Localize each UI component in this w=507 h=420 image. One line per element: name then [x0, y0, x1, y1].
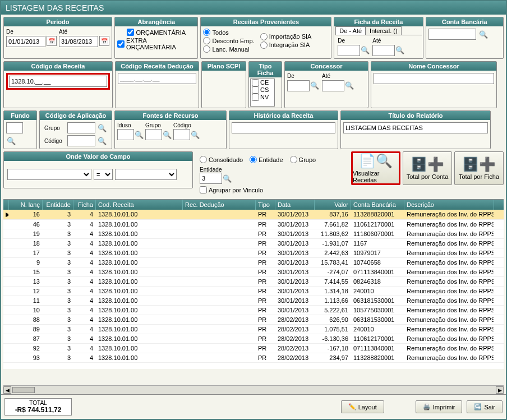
- scroll-thumb[interactable]: [12, 387, 35, 393]
- onde-campo-select[interactable]: [7, 169, 91, 180]
- layout-button[interactable]: ✏️ Layout: [341, 400, 384, 413]
- ficha-receita-panel: Ficha da Receita De - Até Intercal. () D…: [334, 17, 423, 59]
- col-tipo[interactable]: Tipo: [256, 200, 275, 210]
- entidade-input[interactable]: [200, 173, 222, 184]
- table-row[interactable]: 9341328.10.01.00PR30/01/201315.783,41107…: [3, 258, 504, 267]
- col-ficha[interactable]: Ficha: [73, 200, 96, 210]
- titulo-relatorio-panel: Título do Relatório: [340, 110, 491, 149]
- calendar-icon[interactable]: 📅: [99, 36, 109, 46]
- imprimir-button[interactable]: 🖨️ Imprimir: [416, 400, 463, 413]
- recprov-title: Receitas Provenientes: [201, 17, 331, 26]
- concessor-ate-input[interactable]: [322, 80, 344, 91]
- fontes-codigo-label: Código: [173, 122, 200, 128]
- visualizar-receitas-button[interactable]: 📄🔍 Visualizar Receitas: [351, 151, 400, 185]
- table-row[interactable]: ▶16341328.10.01.00PR30/01/2013837,161132…: [3, 210, 504, 220]
- col-descricao[interactable]: Descrição: [404, 200, 494, 210]
- grupo-radio[interactable]: Grupo: [290, 156, 316, 163]
- entidade-radio[interactable]: Entidade: [250, 156, 283, 163]
- table-row[interactable]: 19341328.10.01.00PR30/01/201311.803,6211…: [3, 229, 504, 239]
- table-row[interactable]: 92341328.10.01.00PR28/02/2013-167,180711…: [3, 344, 504, 353]
- search-icon[interactable]: 🔍: [97, 123, 107, 133]
- codapp-title: Código de Aplicação: [40, 111, 112, 120]
- consolidado-radio[interactable]: Consolidado: [200, 156, 243, 163]
- historico-input[interactable]: [232, 122, 335, 133]
- orcamentaria-checkbox[interactable]: ORÇAMENTÁRIA: [127, 29, 186, 36]
- grid-body[interactable]: ▶16341328.10.01.00PR30/01/2013837,161132…: [3, 210, 504, 369]
- search-icon[interactable]: 🔍: [97, 136, 107, 146]
- col-deducao[interactable]: Rec. Dedução: [183, 200, 256, 210]
- col-valor[interactable]: Valor: [315, 200, 351, 210]
- search-icon[interactable]: 🔍: [395, 45, 405, 55]
- titulo-relatorio-input[interactable]: [343, 122, 488, 133]
- concessor-de-input[interactable]: [287, 80, 310, 91]
- tab-de-ate[interactable]: De - Até: [335, 26, 366, 35]
- ficha-de-input[interactable]: [338, 45, 360, 56]
- tipo-ficha-list[interactable]: CE CS NV: [250, 79, 275, 107]
- codapp-codigo-input[interactable]: [67, 135, 95, 146]
- safe-add-icon: 🗄️➕: [462, 156, 496, 172]
- fontes-codigo-input[interactable]: [173, 129, 190, 140]
- search-icon[interactable]: 🔍: [162, 130, 172, 140]
- table-row[interactable]: 93341328.10.01.00PR28/02/2013234,9711328…: [3, 353, 504, 363]
- table-row[interactable]: 87341328.10.01.00PR28/02/2013-6.130,3611…: [3, 334, 504, 344]
- todos-radio[interactable]: Todos: [203, 29, 254, 36]
- onde-valor-select[interactable]: [115, 169, 177, 180]
- periodo-de-input[interactable]: [6, 36, 45, 47]
- total-por-ficha-button[interactable]: 🗄️➕ Total por Ficha: [454, 151, 504, 185]
- conta-bancaria-input[interactable]: [428, 29, 476, 40]
- search-icon[interactable]: 🔍: [190, 130, 200, 140]
- periodo-ate-input[interactable]: [59, 36, 98, 47]
- conta-bancaria-panel: Conta Bancária 🔍: [426, 17, 504, 59]
- col-entidade[interactable]: Entidade: [43, 200, 73, 210]
- table-row[interactable]: 18341328.10.01.00PR30/01/2013-1.931,0711…: [3, 239, 504, 248]
- iduso-input[interactable]: [117, 129, 134, 140]
- table-row[interactable]: 11341328.10.01.00PR30/01/20131.113,66063…: [3, 296, 504, 306]
- horizontal-scrollbar[interactable]: ◀ ▶: [3, 385, 504, 394]
- search-icon[interactable]: 🔍: [360, 45, 370, 55]
- integracao-radio[interactable]: Integração SIA: [260, 41, 312, 49]
- codrec-title: Código da Receita: [4, 62, 112, 71]
- search-icon[interactable]: 🔍: [134, 130, 144, 140]
- onde-title: Onde Valor do Campo: [4, 152, 192, 161]
- table-row[interactable]: 15341328.10.01.00PR30/01/2013-274,070711…: [3, 267, 504, 277]
- search-icon[interactable]: 🔍: [222, 173, 232, 183]
- calendar-icon[interactable]: 📅: [47, 36, 57, 46]
- scroll-right-icon[interactable]: ▶: [496, 386, 504, 394]
- importacao-radio[interactable]: Importação SIA: [260, 33, 312, 40]
- search-icon[interactable]: 🔍: [344, 80, 354, 90]
- col-nlanc[interactable]: N. lanç: [9, 200, 43, 210]
- col-codreceita[interactable]: Cod. Receita: [96, 200, 183, 210]
- fundo-input[interactable]: [6, 122, 23, 133]
- table-row[interactable]: 12341328.10.01.00PR30/01/20131.314,18240…: [3, 287, 504, 296]
- table-row[interactable]: 10341328.10.01.00PR30/01/20135.222,61105…: [3, 306, 504, 315]
- onde-valor-panel: Onde Valor do Campo =: [3, 151, 193, 188]
- tab-intercal[interactable]: Intercal. (): [366, 26, 402, 35]
- fontes-grupo-input[interactable]: [145, 129, 162, 140]
- codigo-receita-input[interactable]: [9, 76, 107, 87]
- search-icon[interactable]: 🔍: [310, 80, 320, 90]
- nome-concessor-input[interactable]: [374, 73, 494, 84]
- results-grid: N. lanç Entidade Ficha Cod. Receita Rec.…: [3, 199, 504, 385]
- codigo-deducao-input[interactable]: [118, 73, 196, 84]
- lancmanual-radio[interactable]: Lanc. Manual: [203, 45, 254, 53]
- agrupar-vinculo-checkbox[interactable]: Agrupar por Vinculo: [197, 185, 347, 195]
- printer-icon: 🖨️: [423, 403, 431, 410]
- table-row[interactable]: 46341328.10.01.00PR30/01/20137.661,82110…: [3, 220, 504, 229]
- table-row[interactable]: 17341328.10.01.00PR30/01/20132.442,63109…: [3, 248, 504, 258]
- table-row[interactable]: 89341328.10.01.00PR28/02/20131.075,51240…: [3, 325, 504, 334]
- scroll-left-icon[interactable]: ◀: [3, 386, 11, 394]
- col-contabancaria[interactable]: Conta Bancária: [351, 200, 404, 210]
- search-icon[interactable]: 🔍: [478, 29, 488, 39]
- concessor-panel: Concessor De 🔍 Até 🔍: [284, 61, 368, 108]
- table-row[interactable]: 88341328.10.01.00PR28/02/2013626,9006318…: [3, 315, 504, 325]
- search-icon[interactable]: 🔍: [6, 136, 16, 146]
- total-por-conta-button[interactable]: 🗄️➕ Total por Conta: [403, 151, 452, 185]
- extra-orcamentaria-checkbox[interactable]: EXTRA ORÇAMENTÁRIA: [117, 37, 195, 50]
- ficha-ate-input[interactable]: [372, 45, 395, 56]
- sair-button[interactable]: ↪️ Sair: [467, 400, 503, 413]
- col-data[interactable]: Data: [275, 200, 315, 210]
- desconto-radio[interactable]: Desconto Emp.: [203, 37, 254, 44]
- table-row[interactable]: 13341328.10.01.00PR30/01/20137.414,55082…: [3, 277, 504, 287]
- onde-op-select[interactable]: =: [94, 169, 113, 180]
- codapp-grupo-input[interactable]: [67, 122, 95, 133]
